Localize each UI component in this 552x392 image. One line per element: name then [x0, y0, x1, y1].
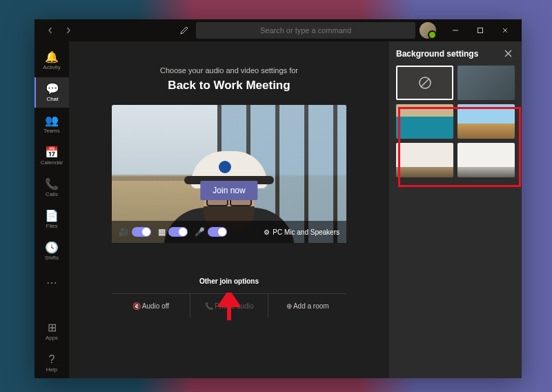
- rail-label: Calls: [46, 191, 58, 197]
- rail-calls[interactable]: 📞 Calls: [34, 173, 69, 203]
- rail-apps[interactable]: ⊞ Apps: [34, 316, 69, 346]
- rail-label: Shifts: [45, 255, 59, 261]
- camera-toggle[interactable]: [132, 227, 151, 237]
- ellipsis-icon: ⋯: [46, 277, 57, 288]
- nav-back-button[interactable]: [43, 23, 58, 38]
- add-room-option[interactable]: ⊕ Add a room: [268, 294, 346, 318]
- background-settings-panel: Background settings: [389, 41, 522, 378]
- audio-off-option[interactable]: 🔇 Audio off: [112, 294, 190, 318]
- apps-icon: ⊞: [48, 322, 57, 333]
- device-settings-button[interactable]: ⚙ PC Mic and Speakers: [264, 228, 339, 236]
- mic-icon: 🎤: [195, 227, 205, 237]
- app-rail: 🔔 Activity 💬 Chat 👥 Teams 📅 Calendar 📞 C…: [34, 41, 69, 378]
- teams-window: 🔔 Activity 💬 Chat 👥 Teams 📅 Calendar 📞 C…: [34, 19, 522, 378]
- background-blur-icon: ▦: [158, 227, 166, 237]
- rail-label: Activity: [43, 64, 60, 70]
- teams-icon: 👥: [45, 115, 59, 126]
- compose-button[interactable]: [177, 23, 192, 38]
- files-icon: 📄: [45, 210, 59, 222]
- prejoin-stage: Choose your audio and video settings for…: [69, 41, 389, 378]
- speaker-off-icon: 🔇: [132, 302, 142, 310]
- user-avatar[interactable]: [420, 22, 436, 39]
- rail-chat[interactable]: 💬 Chat: [34, 77, 69, 108]
- help-icon: ?: [49, 354, 55, 365]
- rail-files[interactable]: 📄 Files: [34, 204, 69, 235]
- search-input[interactable]: [196, 22, 415, 39]
- background-option-image-2[interactable]: [457, 104, 515, 139]
- rail-teams[interactable]: 👥 Teams: [34, 109, 69, 139]
- nav-forward-button[interactable]: [61, 23, 76, 38]
- panel-title: Background settings: [396, 49, 478, 59]
- background-option-none[interactable]: [396, 66, 453, 100]
- rail-label: Apps: [46, 335, 58, 341]
- chat-icon: 💬: [46, 84, 59, 95]
- other-join-options-label: Other join options: [199, 277, 259, 285]
- background-option-image-4[interactable]: [457, 143, 515, 177]
- camera-icon: 🎥: [119, 227, 129, 237]
- mic-toggle[interactable]: [208, 227, 227, 237]
- preview-controls: 🎥 ▦ 🎤 ⚙ PC Mic and: [112, 221, 346, 243]
- titlebar: [34, 19, 522, 41]
- panel-close-button[interactable]: [502, 48, 515, 59]
- prejoin-subtitle: Choose your audio and video settings for: [160, 66, 298, 75]
- shifts-icon: 🕓: [45, 242, 59, 253]
- window-maximize-button[interactable]: [468, 21, 493, 40]
- bell-icon: 🔔: [45, 52, 59, 63]
- svg-rect-0: [478, 28, 483, 33]
- rail-label: Chat: [47, 96, 59, 102]
- rail-more[interactable]: ⋯: [34, 268, 69, 298]
- device-label: PC Mic and Speakers: [273, 228, 339, 236]
- rail-label: Teams: [43, 128, 60, 134]
- rail-label: Files: [46, 223, 58, 229]
- none-icon: [417, 75, 433, 90]
- rail-help[interactable]: ? Help: [34, 348, 69, 378]
- add-room-icon: ⊕: [286, 302, 293, 310]
- gear-icon: ⚙: [264, 228, 270, 236]
- background-grid: [396, 66, 515, 177]
- calendar-icon: 📅: [45, 147, 59, 158]
- window-minimize-button[interactable]: [443, 21, 468, 40]
- meeting-title: Back to Work Meeting: [168, 79, 290, 92]
- phone-icon: 📞: [205, 302, 215, 310]
- search-box[interactable]: [196, 22, 415, 39]
- background-option-blur[interactable]: [457, 66, 515, 100]
- window-close-button[interactable]: [493, 21, 518, 40]
- video-preview: Join now 🎥 ▦ 🎤: [112, 105, 346, 243]
- rail-label: Help: [46, 366, 57, 373]
- rail-label: Calendar: [41, 159, 63, 166]
- background-effects-toggle[interactable]: [168, 227, 188, 237]
- background-option-image-3[interactable]: [396, 143, 453, 177]
- rail-activity[interactable]: 🔔 Activity: [34, 46, 69, 76]
- phone-icon: 📞: [45, 179, 59, 190]
- rail-shifts[interactable]: 🕓 Shifts: [34, 236, 69, 266]
- background-option-image-1[interactable]: [396, 104, 453, 139]
- rail-calendar[interactable]: 📅 Calendar: [34, 141, 69, 171]
- join-now-button[interactable]: Join now: [200, 181, 257, 200]
